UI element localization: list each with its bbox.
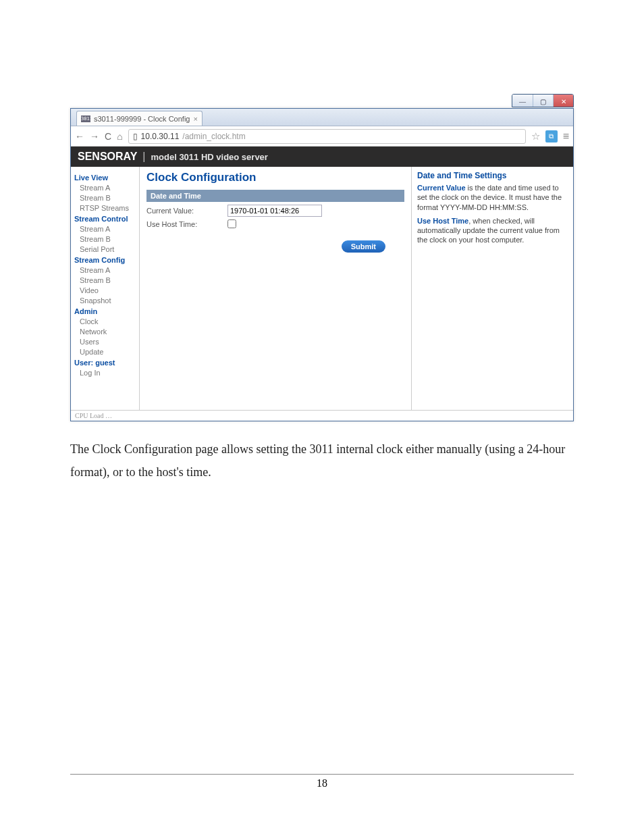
address-bar[interactable]: ▯ 10.0.30.11/admin_clock.htm	[128, 129, 526, 144]
url-host: 10.0.30.11	[141, 132, 180, 141]
home-button[interactable]: ⌂	[117, 131, 122, 142]
sidebar-head-user[interactable]: User: guest	[74, 359, 136, 367]
sidebar-item-ctrl-a[interactable]: Stream A	[80, 225, 136, 233]
sidebar-item-rtsp[interactable]: RTSP Streams	[80, 204, 136, 212]
sidebar-head-stream-control[interactable]: Stream Control	[74, 215, 136, 223]
sidebar-head-live-view[interactable]: Live View	[74, 174, 136, 182]
sidebar-head-admin[interactable]: Admin	[74, 307, 136, 315]
sidebar-item-network[interactable]: Network	[80, 328, 136, 336]
brand-name: SENSORAY	[78, 151, 137, 163]
sidebar-item-stream-a[interactable]: Stream A	[80, 184, 136, 192]
favicon-icon: 3011	[81, 115, 90, 122]
banner-separator: |	[142, 151, 145, 163]
tab-strip: 3011 s3011-999999 - Clock Config ×	[71, 109, 573, 126]
use-host-time-label: Use Host Time:	[146, 220, 227, 228]
sidebar-item-update[interactable]: Update	[80, 348, 136, 356]
app-banner: SENSORAY | model 3011 HD video server	[71, 147, 573, 167]
window-controls: — ▢ ✕	[512, 94, 574, 107]
sidebar-item-login[interactable]: Log In	[80, 369, 136, 377]
extension-icon[interactable]: ⧉	[545, 130, 558, 142]
help-paragraph-1: Current Value is the date and time used …	[417, 183, 568, 212]
main-column: Clock Configuration Date and Time Curren…	[140, 167, 411, 410]
sidebar-item-stream-b[interactable]: Stream B	[80, 194, 136, 202]
document-paragraph: The Clock Configuration page allows sett…	[70, 438, 574, 484]
url-path: /admin_clock.htm	[182, 132, 245, 141]
tab-title: s3011-999999 - Clock Config	[94, 115, 190, 123]
section-header-datetime: Date and Time	[146, 190, 404, 202]
sidebar-item-video[interactable]: Video	[80, 286, 136, 294]
help-title: Date and Time Settings	[417, 171, 568, 180]
page-number: 18	[317, 777, 327, 789]
current-value-label: Current Value:	[146, 207, 227, 215]
close-window-button[interactable]: ✕	[553, 95, 573, 107]
page-footer: 18	[70, 774, 574, 789]
sidebar-item-serial[interactable]: Serial Port	[80, 245, 136, 253]
status-bar: CPU Load …	[71, 410, 573, 421]
sidebar-head-stream-config[interactable]: Stream Config	[74, 256, 136, 264]
content-pane: Live View Stream A Stream B RTSP Streams…	[71, 167, 573, 410]
browser-tab[interactable]: 3011 s3011-999999 - Clock Config ×	[76, 111, 203, 126]
browser-toolbar: ← → C ⌂ ▯ 10.0.30.11/admin_clock.htm ☆ ⧉…	[71, 126, 573, 147]
bookmark-star-icon[interactable]: ☆	[531, 130, 540, 142]
back-button[interactable]: ←	[75, 131, 84, 142]
use-host-time-checkbox[interactable]	[227, 219, 236, 228]
page-title: Clock Configuration	[146, 171, 404, 184]
banner-subtitle: model 3011 HD video server	[151, 152, 267, 162]
browser-window: — ▢ ✕ 3011 s3011-999999 - Clock Config ×…	[70, 108, 574, 421]
reload-button[interactable]: C	[105, 131, 111, 142]
menu-icon[interactable]: ≡	[563, 130, 569, 142]
page-icon: ▯	[133, 132, 138, 141]
sidebar-item-cfg-b[interactable]: Stream B	[80, 276, 136, 284]
minimize-button[interactable]: —	[512, 95, 533, 107]
current-value-input[interactable]	[227, 205, 322, 217]
sidebar-item-ctrl-b[interactable]: Stream B	[80, 235, 136, 243]
help-column: Date and Time Settings Current Value is …	[411, 167, 573, 410]
sidebar-item-clock[interactable]: Clock	[80, 317, 136, 325]
forward-button[interactable]: →	[90, 131, 99, 142]
sidebar: Live View Stream A Stream B RTSP Streams…	[71, 167, 140, 410]
submit-button[interactable]: Submit	[342, 240, 385, 253]
sidebar-item-cfg-a[interactable]: Stream A	[80, 266, 136, 274]
tab-close-icon[interactable]: ×	[193, 115, 197, 123]
help-paragraph-2: Use Host Time, when checked, will automa…	[417, 216, 568, 245]
sidebar-item-snapshot[interactable]: Snapshot	[80, 296, 136, 305]
maximize-button[interactable]: ▢	[533, 95, 553, 107]
sidebar-item-users[interactable]: Users	[80, 338, 136, 346]
